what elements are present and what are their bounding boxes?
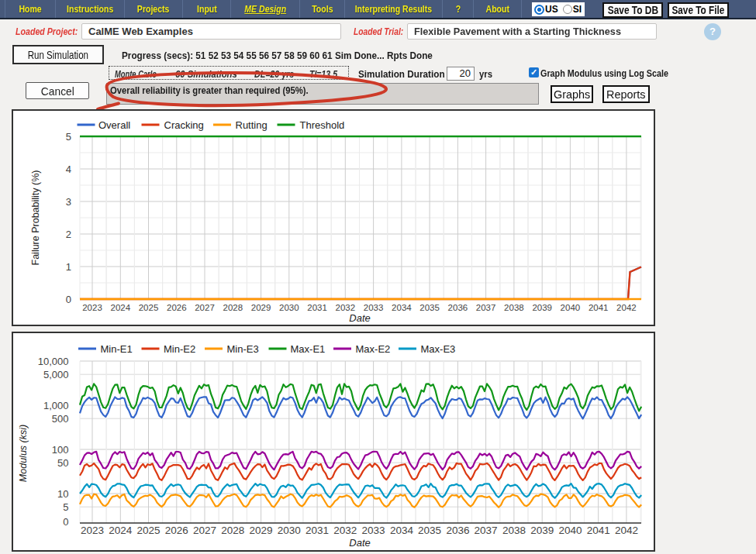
svg-text:2034: 2034 [390, 525, 414, 536]
svg-text:2023: 2023 [82, 303, 102, 312]
svg-text:10: 10 [57, 488, 68, 500]
svg-text:2041: 2041 [587, 525, 610, 536]
svg-text:2027: 2027 [193, 525, 216, 536]
svg-text:4: 4 [66, 163, 71, 175]
svg-text:2038: 2038 [502, 525, 526, 536]
svg-text:Max-E3: Max-E3 [421, 343, 456, 355]
svg-text:2033: 2033 [362, 525, 385, 536]
svg-text:Min-E1: Min-E1 [101, 343, 133, 355]
svg-text:2032: 2032 [336, 303, 356, 312]
svg-text:2027: 2027 [195, 303, 215, 312]
svg-text:100: 100 [52, 444, 69, 456]
svg-text:2037: 2037 [475, 525, 498, 536]
svg-text:2028: 2028 [223, 303, 243, 312]
svg-text:Cracking: Cracking [164, 119, 204, 131]
svg-text:5: 5 [63, 501, 68, 513]
svg-text:Max-E2: Max-E2 [356, 343, 391, 355]
svg-text:2026: 2026 [167, 303, 187, 312]
svg-text:2024: 2024 [109, 525, 133, 536]
svg-text:2035: 2035 [419, 303, 440, 312]
svg-text:2042: 2042 [615, 525, 638, 536]
svg-text:Modulus (ksi): Modulus (ksi) [18, 425, 29, 482]
svg-text:2026: 2026 [165, 525, 188, 536]
svg-text:2036: 2036 [446, 525, 469, 536]
svg-text:Date: Date [349, 312, 370, 324]
svg-text:Failure Probability (%): Failure Probability (%) [30, 170, 41, 266]
svg-text:0: 0 [63, 516, 68, 528]
svg-text:2032: 2032 [333, 525, 357, 536]
svg-text:2035: 2035 [418, 525, 441, 536]
svg-text:2030: 2030 [279, 303, 299, 312]
svg-text:5,000: 5,000 [43, 369, 69, 380]
svg-text:2036: 2036 [448, 303, 468, 312]
svg-text:Min-E2: Min-E2 [164, 343, 195, 355]
svg-text:50: 50 [57, 457, 68, 469]
svg-text:2028: 2028 [221, 525, 244, 536]
svg-text:2040: 2040 [558, 525, 582, 536]
svg-text:5: 5 [66, 131, 71, 143]
svg-text:500: 500 [52, 413, 69, 425]
svg-text:Min-E3: Min-E3 [227, 343, 259, 355]
svg-text:Threshold: Threshold [300, 119, 345, 131]
svg-text:2029: 2029 [250, 525, 273, 536]
svg-text:2: 2 [66, 229, 71, 240]
svg-text:2034: 2034 [392, 303, 412, 312]
svg-text:3: 3 [66, 196, 71, 208]
svg-text:2037: 2037 [476, 303, 496, 312]
svg-text:2038: 2038 [504, 303, 524, 312]
svg-text:Max-E1: Max-E1 [291, 343, 326, 355]
svg-text:2033: 2033 [364, 303, 384, 312]
svg-text:2039: 2039 [532, 303, 552, 312]
svg-text:2025: 2025 [139, 303, 159, 312]
svg-text:Overall: Overall [98, 119, 130, 131]
svg-text:2025: 2025 [136, 525, 160, 536]
svg-text:Rutting: Rutting [236, 119, 268, 131]
svg-text:2024: 2024 [111, 303, 131, 312]
svg-text:0: 0 [66, 294, 71, 305]
svg-text:2042: 2042 [616, 303, 637, 312]
svg-text:2030: 2030 [278, 525, 301, 536]
svg-text:2023: 2023 [81, 525, 104, 536]
svg-text:2031: 2031 [307, 303, 327, 312]
svg-text:10,000: 10,000 [38, 356, 69, 367]
svg-text:2031: 2031 [306, 525, 329, 536]
svg-text:Date: Date [349, 537, 370, 549]
svg-text:1: 1 [66, 261, 71, 273]
svg-text:2041: 2041 [589, 303, 609, 312]
svg-text:2040: 2040 [561, 303, 581, 312]
svg-text:2039: 2039 [530, 525, 554, 536]
svg-text:2029: 2029 [251, 303, 271, 312]
svg-text:1,000: 1,000 [43, 400, 69, 411]
